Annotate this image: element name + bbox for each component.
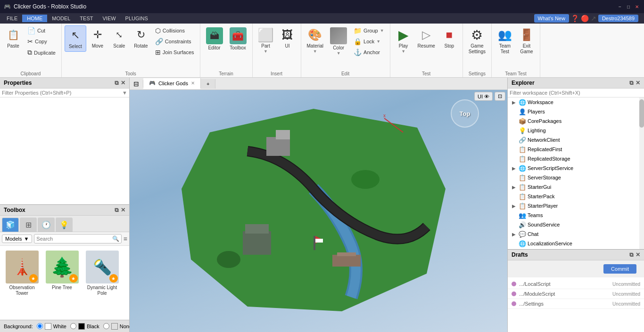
draft-item-local-script[interactable]: .../LocalScript Uncommitted	[508, 279, 644, 289]
part-button[interactable]: ⬜ Part ▼	[256, 25, 276, 56]
anchor-button[interactable]: ⚓ Anchor	[351, 47, 387, 57]
editor-button[interactable]: 🏔 Editor	[203, 25, 226, 53]
move-button[interactable]: ✛ Move	[87, 25, 108, 51]
duplicate-button[interactable]: ⧉ Duplicate	[25, 47, 58, 58]
menu-view[interactable]: VIEW	[98, 15, 120, 22]
bg-none-option[interactable]: None	[103, 323, 132, 330]
explorer-popout-btn[interactable]: ⧉	[629, 80, 634, 86]
toolbox-tab-clock[interactable]: 🕐	[38, 218, 55, 232]
viewport-tab-clicker-gods[interactable]: 🎮 Clicker Gods ✕	[143, 78, 201, 89]
tree-item-replicated-first[interactable]: 📋 ReplicatedFirst	[508, 145, 639, 154]
tree-item-starter-pack[interactable]: 📋 StarterPack	[508, 192, 639, 201]
help-icon[interactable]: ❓	[571, 15, 579, 22]
toolbox-tab-light[interactable]: 💡	[56, 218, 73, 232]
cut-button[interactable]: ✂ Copy	[25, 36, 58, 47]
toolbox-tab-models-icon[interactable]: 🧊	[2, 218, 19, 232]
commit-button[interactable]: Commit	[603, 264, 636, 274]
menu-model[interactable]: MODEL	[47, 15, 75, 22]
toolbox-panel: Toolbox ⧉ ✕ 🧊 ⊞ 🕐 💡 Models ▼ 🔍	[0, 205, 129, 332]
explorer-close-btn[interactable]: ✕	[636, 80, 640, 86]
tree-item-chat[interactable]: ▶ 💬 Chat	[508, 229, 639, 239]
toolbox-filter-icon[interactable]: ≡	[124, 235, 127, 243]
tree-item-core-packages[interactable]: 📦 CorePackages	[508, 116, 639, 126]
players-label: Players	[528, 109, 545, 114]
draft-item-settings[interactable]: .../Settings Uncommitted	[508, 299, 644, 309]
color-button[interactable]: Color ▼	[327, 25, 350, 57]
stop-button[interactable]: ■ Stop	[439, 25, 460, 51]
tree-item-network-client[interactable]: 🔗 NetworkClient	[508, 135, 639, 145]
group-button[interactable]: 📁 Group ▼	[351, 25, 387, 36]
scale-button[interactable]: ⤡ Scale	[109, 25, 130, 51]
toolbox-item-observation-tower[interactable]: 🗼 ★ Observation Tower	[2, 248, 42, 318]
bg-black-radio[interactable]	[70, 323, 76, 329]
bg-black-option[interactable]: Black	[70, 323, 99, 330]
drafts-close-btn[interactable]: ✕	[636, 251, 640, 258]
tree-item-workspace[interactable]: ▶ 🌐 Workspace	[508, 97, 639, 107]
dynamic-light-pole-label: Dynamic Light Pole	[84, 285, 120, 296]
properties-close-btn[interactable]: ✕	[121, 80, 125, 86]
starter-player-expand[interactable]: ▶	[511, 203, 517, 209]
explorer-filter-input[interactable]	[510, 90, 642, 96]
properties-filter-input[interactable]	[2, 90, 122, 96]
viewport-expand-btn[interactable]: ⊡	[495, 92, 505, 101]
menu-plugins[interactable]: PLUGINS	[121, 15, 153, 22]
chat-expand[interactable]: ▶	[511, 232, 517, 237]
resume-button[interactable]: ▷ Resume	[415, 25, 438, 51]
game-settings-button[interactable]: ⚙ GameSettings	[466, 25, 488, 57]
toolbox-tab-grid[interactable]: ⊞	[20, 218, 37, 232]
viewport-tab-clicker-gods-close[interactable]: ✕	[191, 81, 195, 86]
models-dropdown[interactable]: Models ▼	[2, 235, 32, 243]
tree-item-starter-gui[interactable]: ▶ 📋 StarterGui	[508, 182, 639, 192]
workspace-expand[interactable]: ▶	[511, 100, 517, 105]
collisions-button[interactable]: ⬡ Collisions	[152, 25, 197, 36]
lock-button[interactable]: 🔒 Lock ▼	[351, 36, 387, 47]
toolbox-popout-btn[interactable]: ⧉	[115, 207, 119, 213]
ui-toggle-btn[interactable]: UI 👁	[474, 92, 493, 101]
tree-item-localization-service[interactable]: 🌐 LocalizationService	[508, 239, 639, 248]
maximize-btn[interactable]: □	[625, 3, 632, 10]
ui-button[interactable]: 🖼 UI	[277, 25, 298, 51]
toolbox-search-input[interactable]	[36, 236, 112, 242]
constraints-button[interactable]: 🔗 Constraints	[152, 36, 197, 47]
tree-item-starter-player[interactable]: ▶ 📋 StarterPlayer	[508, 201, 639, 211]
team-test-button[interactable]: 👥 TeamTest	[495, 25, 515, 57]
bg-white-radio[interactable]	[37, 323, 43, 329]
tree-item-teams[interactable]: 👥 Teams	[508, 211, 639, 220]
starter-gui-expand[interactable]: ▶	[511, 185, 517, 190]
tree-item-sound-service[interactable]: 🔊 SoundService	[508, 220, 639, 229]
tree-item-lighting[interactable]: 💡 Lighting	[508, 126, 639, 135]
toolbox-item-dynamic-light-pole[interactable]: 🔦 ★ Dynamic Light Pole	[82, 248, 122, 318]
menu-test[interactable]: TEST	[75, 15, 98, 22]
menu-file[interactable]: FILE	[2, 15, 22, 22]
rotate-button[interactable]: ↻ Rotate	[131, 25, 151, 51]
play-button[interactable]: ▶ Play ▼	[393, 25, 414, 56]
whats-new-button[interactable]: What's New	[534, 14, 569, 23]
exit-game-button[interactable]: 🚪 ExitGame	[516, 25, 537, 57]
copy-button[interactable]: 📄 Cut	[25, 25, 58, 36]
draft-item-module-script[interactable]: .../ModuleScript Uncommitted	[508, 289, 644, 299]
menu-home[interactable]: HOME	[22, 15, 47, 22]
server-script-service-expand[interactable]: ▶	[511, 166, 517, 171]
toolbox-item-pine-tree[interactable]: 🌲 ★ Pine Tree	[42, 248, 82, 318]
close-btn[interactable]: ✕	[634, 3, 640, 10]
minimize-btn[interactable]: −	[617, 3, 623, 10]
viewport-tab-plus[interactable]: +	[201, 79, 215, 89]
paste-button[interactable]: 📋 Paste	[3, 25, 24, 51]
tree-item-players[interactable]: 👤 Players	[508, 107, 639, 116]
explorer-scrollbar[interactable]	[639, 97, 644, 249]
share-icon[interactable]: ↗	[591, 15, 596, 22]
properties-popout-btn[interactable]: ⧉	[115, 80, 119, 86]
tree-item-server-storage[interactable]: 📋 ServerStorage	[508, 173, 639, 182]
select-button[interactable]: ↖ Select	[65, 25, 86, 52]
drafts-popout-btn[interactable]: ⧉	[629, 251, 634, 258]
tree-item-server-script-service[interactable]: ▶ 🌐 ServerScriptService	[508, 163, 639, 173]
terrain-3d: x	[153, 95, 474, 330]
toolbox-close-btn[interactable]: ✕	[121, 207, 125, 213]
scene-3d[interactable]: UI 👁 ⊡ Top	[130, 90, 507, 332]
bg-white-option[interactable]: White	[37, 323, 66, 330]
material-button[interactable]: 🎨 Material ▼	[304, 25, 327, 56]
tree-item-replicated-storage[interactable]: 📋 ReplicatedStorage	[508, 154, 639, 163]
toolbox-ribbon-button[interactable]: 🧰 Toolbox	[227, 25, 249, 53]
bg-none-radio[interactable]	[103, 323, 109, 329]
join-surfaces-button[interactable]: ⊞ Join Surfaces	[152, 47, 197, 57]
